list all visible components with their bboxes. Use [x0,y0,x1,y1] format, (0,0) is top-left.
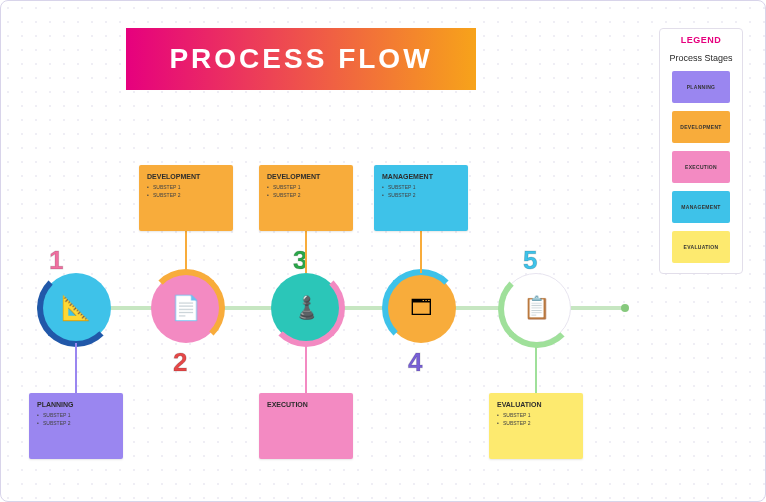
ring-icon [267,269,345,347]
card-sub: SUBSTEP 1 [37,412,115,418]
node-circle-1: 📐 [41,273,111,343]
node-1: 1 📐 PLANNING SUBSTEP 1 SUBSTEP 2 [41,273,121,343]
legend-item-management: MANAGEMENT [672,191,730,223]
card-sub: SUBSTEP 2 [497,420,575,426]
connector-3-down [305,343,307,393]
node-number-4: 4 [408,347,422,378]
page-title: PROCESS FLOW [169,43,432,75]
legend-subtitle: Process Stages [669,53,732,63]
node-4: 4 🗔 MANAGEMENT SUBSTEP 1 SUBSTEP 2 [386,273,466,343]
card-title: MANAGEMENT [382,173,460,180]
node-circle-4: 🗔 [386,273,456,343]
node-3: 3 ♟️ DEVELOPMENT SUBSTEP 1 SUBSTEP 2 EXE… [271,273,351,343]
diagram-canvas: PROCESS FLOW LEGEND Process Stages PLANN… [1,1,765,501]
page-title-banner: PROCESS FLOW [126,28,476,90]
node-circle-2: 📄 [151,273,221,343]
card-development-3: DEVELOPMENT SUBSTEP 1 SUBSTEP 2 [259,165,353,231]
ring-icon [382,269,460,347]
card-sub: SUBSTEP 1 [267,184,345,190]
node-circle-3: ♟️ [271,273,341,343]
node-number-2: 2 [173,347,187,378]
legend-title: LEGEND [681,35,722,45]
connector-4 [420,231,422,273]
card-evaluation: EVALUATION SUBSTEP 1 SUBSTEP 2 [489,393,583,459]
legend-panel: LEGEND Process Stages PLANNING DEVELOPME… [659,28,743,274]
ring-icon [147,269,225,347]
card-sub: SUBSTEP 2 [382,192,460,198]
card-title: EVALUATION [497,401,575,408]
node-circle-5: 📋 [501,273,571,343]
card-sub: SUBSTEP 1 [497,412,575,418]
legend-item-development: DEVELOPMENT [672,111,730,143]
card-planning: PLANNING SUBSTEP 1 SUBSTEP 2 [29,393,123,459]
ring-icon [498,270,576,348]
card-execution: EXECUTION [259,393,353,459]
card-sub: SUBSTEP 2 [147,192,225,198]
card-title: EXECUTION [267,401,345,408]
card-development-2: DEVELOPMENT SUBSTEP 1 SUBSTEP 2 [139,165,233,231]
connector-1 [75,343,77,393]
card-title: DEVELOPMENT [147,173,225,180]
card-sub: SUBSTEP 1 [147,184,225,190]
ring-icon [37,269,115,347]
card-sub: SUBSTEP 2 [37,420,115,426]
card-sub: SUBSTEP 2 [267,192,345,198]
connector-5 [535,343,537,393]
connector-3-up [305,231,307,273]
connector-2 [185,231,187,273]
card-sub: SUBSTEP 1 [382,184,460,190]
card-title: DEVELOPMENT [267,173,345,180]
card-management: MANAGEMENT SUBSTEP 1 SUBSTEP 2 [374,165,468,231]
legend-item-planning: PLANNING [672,71,730,103]
card-title: PLANNING [37,401,115,408]
legend-item-execution: EXECUTION [672,151,730,183]
node-2: 2 📄 DEVELOPMENT SUBSTEP 1 SUBSTEP 2 [151,273,231,343]
node-5: 5 📋 EVALUATION SUBSTEP 1 SUBSTEP 2 [501,273,581,343]
legend-item-evaluation: EVALUATION [672,231,730,263]
